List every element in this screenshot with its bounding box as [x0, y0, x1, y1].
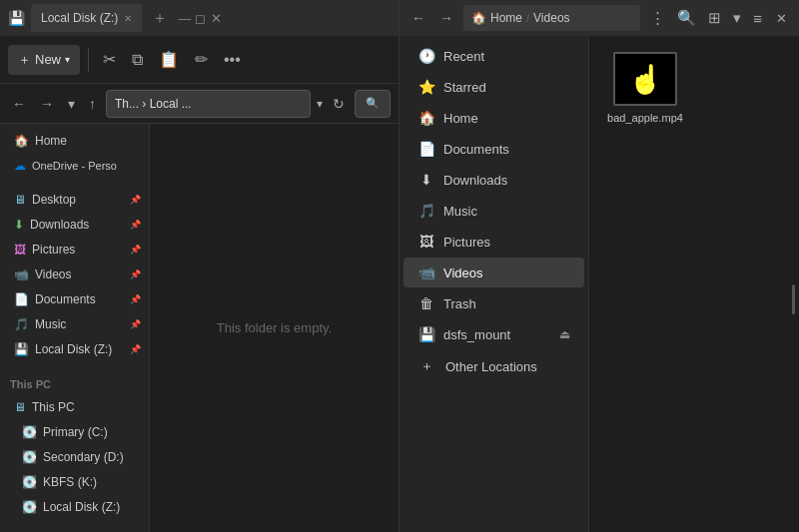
minimize-button[interactable]: — — [178, 12, 190, 24]
rs-item-recent[interactable]: 🕐 Recent — [403, 41, 584, 71]
right-address-bar[interactable]: 🏠 Home / Videos — [463, 5, 640, 31]
rs-documents-icon: 📄 — [417, 141, 435, 157]
pin-icon-7: 📌 — [130, 344, 141, 354]
left-main-area: 🏠 Home ☁ OneDrive - Perso 🖥 Desktop 📌 ⬇ … — [0, 124, 399, 532]
rs-item-pictures[interactable]: 🖼 Pictures — [403, 227, 584, 257]
left-title-bar: 💾 Local Disk (Z:) ✕ ＋ — ◻ ✕ — [0, 0, 399, 36]
primary-disk-icon: 💽 — [22, 425, 37, 439]
sidebar-item-localdisk[interactable]: 💾 Local Disk (Z:) 📌 — [4, 337, 145, 361]
secondary-disk-icon: 💽 — [22, 450, 37, 464]
forward-button[interactable]: → — [36, 92, 58, 116]
new-plus-icon: ＋ — [18, 51, 31, 69]
maximize-button[interactable]: ◻ — [194, 12, 206, 24]
toolbar-separator — [88, 48, 89, 72]
plus-icon: ＋ — [417, 357, 435, 375]
sidebar-item-primary[interactable]: 💽 Primary (C:) — [4, 420, 145, 444]
rs-item-home[interactable]: 🏠 Home — [403, 103, 584, 133]
rs-item-music[interactable]: 🎵 Music — [403, 196, 584, 226]
sidebar-item-this-pc[interactable]: 🖥 This PC — [4, 395, 145, 419]
refresh-button[interactable]: ↻ — [329, 92, 349, 116]
file-item-bad-apple[interactable]: ☝ bad_apple.mp4 — [605, 52, 685, 124]
sidebar-localdisk-label: Local Disk (Z:) — [35, 342, 112, 356]
file-thumbnail: ☝ — [613, 52, 677, 106]
new-button-label: New — [35, 52, 61, 67]
localdisk-icon: 💾 — [14, 342, 29, 356]
sidebar-item-documents[interactable]: 📄 Documents 📌 — [4, 287, 145, 311]
addr-dropdown-button[interactable]: ▾ — [317, 97, 323, 111]
right-forward-button[interactable]: → — [435, 6, 457, 30]
rs-item-starred[interactable]: ⭐ Starred — [403, 72, 584, 102]
new-button[interactable]: ＋ New ▾ — [8, 45, 80, 75]
left-file-area: This folder is empty. — [150, 124, 399, 532]
sidebar-item-localdisk-z[interactable]: 💽 Local Disk (Z:) — [4, 495, 145, 519]
eject-icon[interactable]: ⏏ — [559, 327, 570, 341]
video-thumbnail-icon: ☝ — [628, 63, 663, 96]
right-close-button[interactable]: ✕ — [772, 7, 791, 30]
new-tab-button[interactable]: ＋ — [146, 6, 174, 31]
sidebar-item-music[interactable]: 🎵 Music 📌 — [4, 312, 145, 336]
scrollbar[interactable] — [792, 284, 795, 314]
recent-icon: 🕐 — [417, 48, 435, 64]
sidebar-this-pc-label: This PC — [32, 400, 75, 414]
downloads-icon: ⬇ — [14, 218, 24, 232]
rs-trash-label: Trash — [443, 296, 476, 311]
left-sidebar: 🏠 Home ☁ OneDrive - Perso 🖥 Desktop 📌 ⬇ … — [0, 124, 150, 532]
back-button[interactable]: ← — [8, 92, 30, 116]
right-back-button[interactable]: ← — [407, 6, 429, 30]
file-name: bad_apple.mp4 — [607, 112, 683, 124]
left-address-bar: ← → ▾ ↑ ▾ ↻ 🔍 — [0, 84, 399, 124]
sidebar-item-downloads[interactable]: ⬇ Downloads 📌 — [4, 213, 145, 237]
sidebar-item-desktop[interactable]: 🖥 Desktop 📌 — [4, 188, 145, 212]
close-button[interactable]: ✕ — [210, 12, 222, 24]
right-more-button[interactable]: ⋮ — [646, 5, 669, 31]
right-search-button[interactable]: 🔍 — [673, 5, 700, 31]
sidebar-item-kbfs[interactable]: 💽 KBFS (K:) — [4, 470, 145, 494]
sidebar-secondary-label: Secondary (D:) — [43, 450, 124, 464]
rs-documents-label: Documents — [443, 142, 509, 157]
right-files-area: ☝ bad_apple.mp4 — [589, 36, 799, 532]
more-button[interactable]: ••• — [218, 47, 247, 73]
search-button[interactable]: 🔍 — [355, 90, 391, 118]
down-arrow-button[interactable]: ▾ — [64, 92, 79, 116]
rs-dsfs-icon: 💾 — [417, 326, 435, 342]
right-view-chevron[interactable]: ▾ — [729, 5, 745, 31]
sidebar-home-label: Home — [35, 134, 67, 148]
sidebar-item-videos[interactable]: 📹 Videos 📌 — [4, 263, 145, 286]
right-view-list-button[interactable]: ≡ — [749, 5, 766, 31]
right-window: ← → 🏠 Home / Videos ⋮ 🔍 ⊞ ▾ ≡ ✕ 🕐 Recent… — [400, 0, 799, 532]
active-tab[interactable]: Local Disk (Z:) ✕ — [31, 4, 142, 32]
sidebar-primary-label: Primary (C:) — [43, 425, 108, 439]
rs-pictures-icon: 🖼 — [417, 234, 435, 250]
rs-downloads-label: Downloads — [443, 173, 507, 188]
pin-icon-4: 📌 — [130, 269, 141, 279]
rs-item-downloads[interactable]: ⬇ Downloads — [403, 165, 584, 195]
copy-button[interactable]: ⧉ — [126, 47, 149, 73]
rename-button[interactable]: ✏ — [189, 46, 214, 73]
sidebar-item-pictures[interactable]: 🖼 Pictures 📌 — [4, 238, 145, 262]
rs-trash-icon: 🗑 — [417, 295, 435, 311]
kbfs-disk-icon: 💽 — [22, 475, 37, 489]
rs-item-documents[interactable]: 📄 Documents — [403, 134, 584, 164]
pin-icon: 📌 — [130, 195, 141, 205]
right-content: 🕐 Recent ⭐ Starred 🏠 Home 📄 Documents ⬇ … — [400, 36, 799, 532]
tab-close-icon[interactable]: ✕ — [124, 13, 132, 24]
right-view-grid-button[interactable]: ⊞ — [704, 5, 725, 31]
rs-music-label: Music — [443, 204, 477, 219]
sidebar-item-home[interactable]: 🏠 Home — [4, 129, 145, 153]
onedrive-icon: ☁ — [14, 159, 26, 173]
rs-item-trash[interactable]: 🗑 Trash — [403, 288, 584, 318]
address-input[interactable] — [106, 90, 311, 118]
sidebar-onedrive-label: OneDrive - Perso — [32, 160, 117, 172]
right-sidebar: 🕐 Recent ⭐ Starred 🏠 Home 📄 Documents ⬇ … — [400, 36, 589, 532]
rs-item-other-locations[interactable]: ＋ Other Locations — [403, 350, 584, 382]
sidebar-pictures-label: Pictures — [32, 243, 75, 257]
paste-button[interactable]: 📋 — [153, 46, 185, 73]
rs-item-dsfs[interactable]: 💾 dsfs_mount ⏏ — [403, 319, 584, 349]
sidebar-item-onedrive[interactable]: ☁ OneDrive - Perso — [4, 154, 145, 178]
up-button[interactable]: ↑ — [85, 92, 100, 116]
sidebar-item-secondary[interactable]: 💽 Secondary (D:) — [4, 445, 145, 469]
rs-videos-icon: 📹 — [417, 265, 435, 280]
starred-icon: ⭐ — [417, 79, 435, 95]
rs-item-videos[interactable]: 📹 Videos — [403, 258, 584, 287]
cut-button[interactable]: ✂ — [97, 46, 122, 73]
